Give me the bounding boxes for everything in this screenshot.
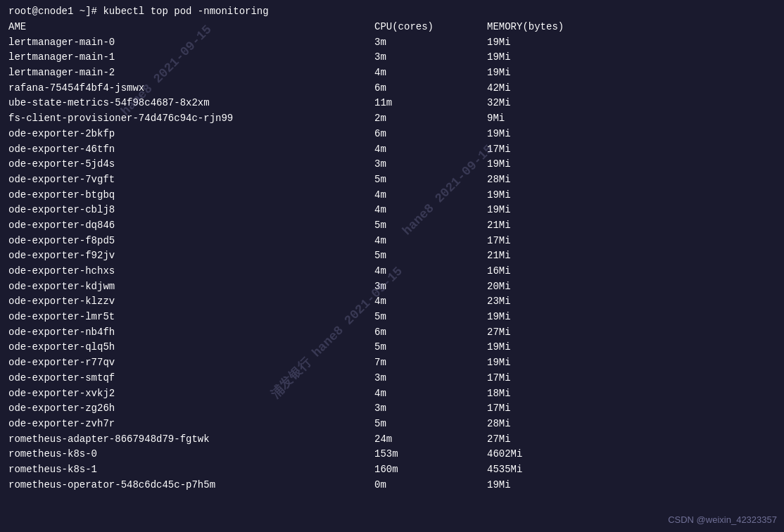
pod-name: ode-exporter-kdjwm	[8, 279, 374, 295]
table-row: ode-exporter-lmr5t5m19Mi	[8, 310, 776, 325]
pod-cpu: 5m	[374, 218, 487, 234]
pod-memory: 19Mi	[487, 203, 628, 218]
table-row: rometheus-k8s-0153m4602Mi	[8, 447, 776, 462]
table-row: ode-exporter-smtqf3m17Mi	[8, 371, 776, 386]
pod-memory: 17Mi	[487, 401, 628, 417]
pod-name: ode-exporter-cblj8	[8, 203, 374, 218]
pod-name: rometheus-adapter-8667948d79-fgtwk	[8, 432, 374, 448]
table-row: ode-exporter-hchxs4m16Mi	[8, 264, 776, 279]
pod-memory: 19Mi	[487, 157, 628, 172]
pod-cpu: 6m	[374, 127, 487, 142]
pod-name: ode-exporter-xvkj2	[8, 386, 374, 402]
pod-cpu: 7m	[374, 355, 487, 371]
pod-name: rometheus-k8s-1	[8, 462, 374, 478]
pod-memory: 19Mi	[487, 188, 628, 203]
pod-name: ode-exporter-klzzv	[8, 294, 374, 310]
table-row: rometheus-operator-548c6dc45c-p7h5m0m19M…	[8, 478, 776, 493]
pod-name: ode-exporter-r77qv	[8, 355, 374, 371]
table-row: ode-exporter-5jd4s3m19Mi	[8, 157, 776, 172]
pod-cpu: 3m	[374, 279, 487, 295]
pod-memory: 19Mi	[487, 127, 628, 142]
pod-cpu: 4m	[374, 264, 487, 279]
table-row: ode-exporter-btgbq4m19Mi	[8, 188, 776, 203]
table-row: ode-exporter-f92jv5m21Mi	[8, 248, 776, 264]
pod-name: ode-exporter-dq846	[8, 218, 374, 234]
pod-cpu: 4m	[374, 203, 487, 218]
pod-cpu: 3m	[374, 157, 487, 172]
pod-memory: 28Mi	[487, 417, 628, 432]
pod-memory: 17Mi	[487, 371, 628, 386]
pod-name: ode-exporter-btgbq	[8, 188, 374, 203]
pod-cpu: 4m	[374, 234, 487, 249]
table-row: lertmanager-main-13m19Mi	[8, 50, 776, 65]
pod-memory: 19Mi	[487, 310, 628, 325]
pod-memory: 9Mi	[487, 111, 628, 127]
table-row: ode-exporter-dq8465m21Mi	[8, 218, 776, 234]
csdn-badge: CSDN @weixin_42323357	[668, 514, 777, 525]
pod-memory: 27Mi	[487, 432, 628, 448]
pod-name: ube-state-metrics-54f98c4687-8x2xm	[8, 96, 374, 111]
table-container: AME CPU(cores) MEMORY(bytes) lertmanager…	[8, 20, 776, 493]
table-row: ode-exporter-2bkfp6m19Mi	[8, 127, 776, 142]
pod-name: lertmanager-main-1	[8, 50, 374, 65]
pod-memory: 17Mi	[487, 142, 628, 158]
table-row: lertmanager-main-03m19Mi	[8, 35, 776, 51]
table-row: ode-exporter-cblj84m19Mi	[8, 203, 776, 218]
pod-cpu: 3m	[374, 371, 487, 386]
pod-cpu: 5m	[374, 310, 487, 325]
header-name: AME	[8, 20, 374, 35]
pod-name: rometheus-k8s-0	[8, 447, 374, 462]
table-row: ode-exporter-xvkj24m18Mi	[8, 386, 776, 402]
pod-memory: 4535Mi	[487, 462, 628, 478]
terminal: root@cnode1 ~]# kubectl top pod -nmonito…	[0, 0, 784, 532]
pod-cpu: 11m	[374, 96, 487, 111]
pod-cpu: 160m	[374, 462, 487, 478]
pod-cpu: 4m	[374, 188, 487, 203]
pod-cpu: 4m	[374, 294, 487, 310]
pod-memory: 17Mi	[487, 234, 628, 249]
pod-name: ode-exporter-hchxs	[8, 264, 374, 279]
pod-memory: 21Mi	[487, 218, 628, 234]
pod-cpu: 24m	[374, 432, 487, 448]
table-row: ode-exporter-zvh7r5m28Mi	[8, 417, 776, 432]
table-row: ode-exporter-46tfn4m17Mi	[8, 142, 776, 158]
pod-cpu: 6m	[374, 325, 487, 341]
pod-name: ode-exporter-5jd4s	[8, 157, 374, 172]
pod-memory: 16Mi	[487, 264, 628, 279]
pod-name: ode-exporter-7vgft	[8, 172, 374, 188]
pod-name: ode-exporter-f8pd5	[8, 234, 374, 249]
pod-name: lertmanager-main-2	[8, 65, 374, 81]
pod-name: ode-exporter-smtqf	[8, 371, 374, 386]
table-row: ode-exporter-nb4fh6m27Mi	[8, 325, 776, 341]
table-row: lertmanager-main-24m19Mi	[8, 65, 776, 81]
pod-name: ode-exporter-2bkfp	[8, 127, 374, 142]
table-row: ode-exporter-kdjwm3m20Mi	[8, 279, 776, 295]
pod-cpu: 5m	[374, 417, 487, 432]
pod-cpu: 5m	[374, 340, 487, 355]
pod-cpu: 5m	[374, 172, 487, 188]
pod-cpu: 4m	[374, 142, 487, 158]
pod-cpu: 153m	[374, 447, 487, 462]
pod-name: ode-exporter-qlq5h	[8, 340, 374, 355]
pod-memory: 19Mi	[487, 65, 628, 81]
pod-cpu: 5m	[374, 248, 487, 264]
table-row: rometheus-adapter-8667948d79-fgtwk24m27M…	[8, 432, 776, 448]
table-row: fs-client-provisioner-74d476c94c-rjn992m…	[8, 111, 776, 127]
pod-cpu: 3m	[374, 401, 487, 417]
pod-memory: 20Mi	[487, 279, 628, 295]
pod-cpu: 3m	[374, 35, 487, 51]
table-row: ode-exporter-r77qv7m19Mi	[8, 355, 776, 371]
pod-name: ode-exporter-zvh7r	[8, 417, 374, 432]
pod-cpu: 0m	[374, 478, 487, 493]
pod-memory: 19Mi	[487, 478, 628, 493]
header-cpu: CPU(cores)	[374, 20, 487, 35]
pod-cpu: 4m	[374, 386, 487, 402]
table-header: AME CPU(cores) MEMORY(bytes)	[8, 20, 776, 35]
header-memory: MEMORY(bytes)	[487, 20, 628, 35]
pod-name: ode-exporter-46tfn	[8, 142, 374, 158]
table-row: ode-exporter-qlq5h5m19Mi	[8, 340, 776, 355]
table-row: ode-exporter-7vgft5m28Mi	[8, 172, 776, 188]
pod-memory: 23Mi	[487, 294, 628, 310]
pod-memory: 19Mi	[487, 340, 628, 355]
pod-memory: 19Mi	[487, 50, 628, 65]
